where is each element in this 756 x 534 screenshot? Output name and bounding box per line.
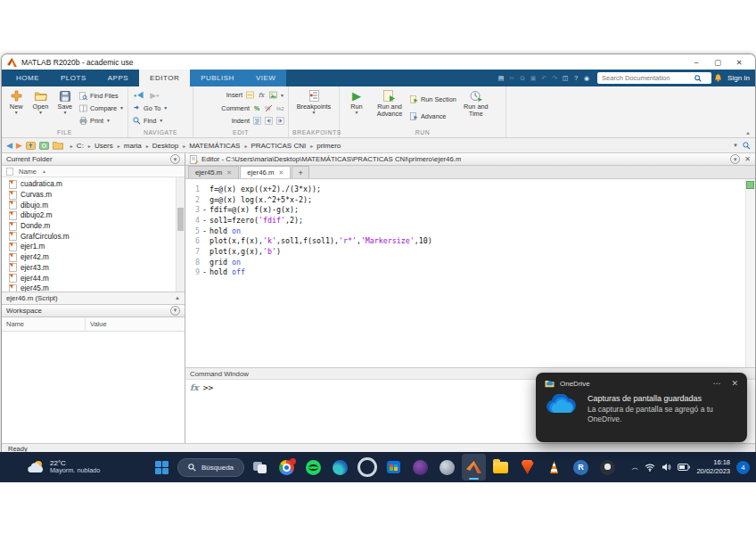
back-arrow-icon[interactable]: ◀ <box>6 142 12 150</box>
taskbar-matlab-button[interactable] <box>462 454 486 481</box>
paste-icon[interactable]: ▣ <box>529 73 538 83</box>
comment-icon[interactable]: % <box>252 103 261 112</box>
file-row[interactable]: Curvas.m <box>2 190 185 201</box>
chevron-down-icon[interactable]: ▼ <box>733 143 738 148</box>
collapse-ribbon-icon[interactable]: ▲ <box>745 130 751 136</box>
help-icon[interactable]: ? <box>571 73 580 83</box>
forward-arrow-icon[interactable]: ▶ <box>16 142 22 150</box>
close-notification-button[interactable]: ✕ <box>731 379 738 388</box>
editor-scrollbar[interactable] <box>745 179 755 367</box>
file-list-scrollbar[interactable] <box>176 177 185 292</box>
insert-section-icon[interactable] <box>245 91 254 100</box>
toolstrip-tab-home[interactable]: HOME <box>5 70 50 86</box>
breadcrumb-segment[interactable]: C: <box>67 142 85 150</box>
up-one-level-icon[interactable] <box>26 141 36 150</box>
toolstrip-tab-apps[interactable]: APPS <box>97 70 139 86</box>
toolstrip-tab-view[interactable]: VIEW <box>245 70 286 86</box>
taskbar-brave-button[interactable] <box>515 454 539 481</box>
wifi-icon[interactable] <box>645 464 655 472</box>
back-arrow-icon[interactable]: ⬩◀ <box>134 92 144 100</box>
taskbar-microsoft-store-button[interactable] <box>382 454 406 481</box>
taskbar-steam-button[interactable] <box>435 454 459 481</box>
toolstrip-tab-plots[interactable]: PLOTS <box>50 70 97 86</box>
code-editor[interactable]: 1f=@(x) exp((x+2)./(3*x));2g=@(x) log(x.… <box>185 179 755 367</box>
breadcrumb-segment[interactable]: primero <box>307 142 341 150</box>
file-row[interactable]: ejer44.m <box>2 273 185 283</box>
uncomment-icon[interactable]: % <box>264 103 273 112</box>
indent-right-icon[interactable] <box>275 116 284 125</box>
run-and-time-button[interactable]: Run and Time <box>459 88 493 127</box>
toolstrip-tab-publish[interactable]: PUBLISH <box>190 70 245 86</box>
switch-windows-icon[interactable]: ◫ <box>561 73 570 83</box>
taskbar-search[interactable]: Búsqueda <box>177 458 244 477</box>
file-row[interactable]: cuadratica.m <box>2 179 185 190</box>
run-button[interactable]: ▶ Run ▼ <box>343 88 370 127</box>
forward-arrow-icon[interactable]: ▶⬩ <box>150 92 159 100</box>
close-tab-icon[interactable]: ✕ <box>226 169 232 177</box>
search-input[interactable] <box>600 73 693 83</box>
start-button[interactable] <box>150 454 174 481</box>
battery-icon[interactable] <box>678 464 690 471</box>
save-button[interactable]: Save ▼ <box>54 88 76 127</box>
editor-tab-ejer45.m[interactable]: ejer45.m✕ <box>188 166 239 178</box>
breadcrumb-segment[interactable]: PRACTICAS CNI <box>241 142 307 150</box>
new-button[interactable]: New ▼ <box>5 88 27 127</box>
notifications-bell-icon[interactable] <box>714 74 722 83</box>
compare-button[interactable]: Compare ▼ <box>78 103 124 113</box>
file-row[interactable]: ejer45.m <box>2 283 185 292</box>
file-row[interactable]: dibujo.m <box>2 200 185 210</box>
volume-icon[interactable] <box>662 463 671 472</box>
insert-image-icon[interactable] <box>268 91 277 100</box>
breadcrumb-segment[interactable]: maria <box>114 142 143 150</box>
open-button[interactable]: Open ▼ <box>29 88 51 127</box>
file-row[interactable]: Donde.m <box>2 221 185 232</box>
insert-function-icon[interactable]: fx <box>257 91 266 100</box>
close-editor-icon[interactable]: ✕ <box>744 155 751 163</box>
taskbar-clock[interactable]: 16:18 20/02/2023 <box>696 458 730 476</box>
advance-button[interactable]: Advance <box>409 111 456 121</box>
workspace-column-header[interactable]: Name Value <box>2 317 185 332</box>
taskbar-clipchamp-button[interactable] <box>408 454 432 481</box>
folder-icon[interactable] <box>53 141 63 150</box>
wrap-comments-icon[interactable]: %2 <box>275 103 284 112</box>
documentation-search[interactable] <box>597 72 711 84</box>
more-options-button[interactable]: ⋯ <box>712 379 720 388</box>
taskbar-task-view-button[interactable] <box>248 454 272 481</box>
collapse-details-icon[interactable]: ▲ <box>175 295 180 300</box>
file-row[interactable]: ejer43.m <box>2 263 185 274</box>
browse-folder-icon[interactable] <box>39 141 49 150</box>
workspace-name-column[interactable]: Name <box>2 317 86 331</box>
workspace-body[interactable] <box>2 332 185 444</box>
find-files-button[interactable]: Find Files <box>78 90 124 101</box>
taskbar-spotify-button[interactable] <box>301 454 325 481</box>
weather-widget[interactable]: 22°C Mayorm. nublado <box>27 459 100 475</box>
community-icon[interactable]: ◉ <box>582 73 591 83</box>
run-section-button[interactable]: Run Section <box>409 94 456 105</box>
editor-actions-icon[interactable]: ▼ <box>730 154 740 164</box>
taskbar-settings-button[interactable] <box>355 454 379 481</box>
workspace-value-column[interactable]: Value <box>86 317 185 331</box>
copy-icon[interactable]: ⧉ <box>518 73 527 83</box>
undo-icon[interactable]: ↶ <box>539 73 548 83</box>
indent-left-icon[interactable] <box>264 116 273 125</box>
file-row[interactable]: ejer1.m <box>2 242 185 252</box>
search-folder-icon[interactable] <box>743 142 751 150</box>
toolstrip-tab-editor[interactable]: EDITOR <box>139 70 190 86</box>
close-button[interactable]: ✕ <box>728 58 750 67</box>
breadcrumb-segment[interactable]: MATEMÁTICAS <box>179 142 241 150</box>
search-icon[interactable] <box>694 75 702 82</box>
run-and-advance-button[interactable]: Run and Advance <box>373 88 407 127</box>
notification-count-badge[interactable]: 4 <box>736 461 750 474</box>
file-row[interactable]: GrafCirculos.m <box>2 231 185 242</box>
file-row[interactable]: dibujo2.m <box>2 210 185 221</box>
file-row[interactable]: ejer42.m <box>2 252 185 263</box>
panel-actions-icon[interactable]: ▼ <box>170 306 180 316</box>
go-to-button[interactable]: ➜ Go To ▼ <box>132 103 189 113</box>
panel-actions-icon[interactable]: ▼ <box>170 154 180 164</box>
taskbar-vlc-button[interactable] <box>542 454 566 481</box>
hidden-icons-chevron[interactable]: ︿ <box>631 463 638 472</box>
find-button[interactable]: Find ▼ <box>132 115 189 126</box>
close-tab-icon[interactable]: ✕ <box>279 169 284 177</box>
new-tab-button[interactable]: + <box>292 166 308 178</box>
taskbar-edge-button[interactable] <box>328 454 352 481</box>
